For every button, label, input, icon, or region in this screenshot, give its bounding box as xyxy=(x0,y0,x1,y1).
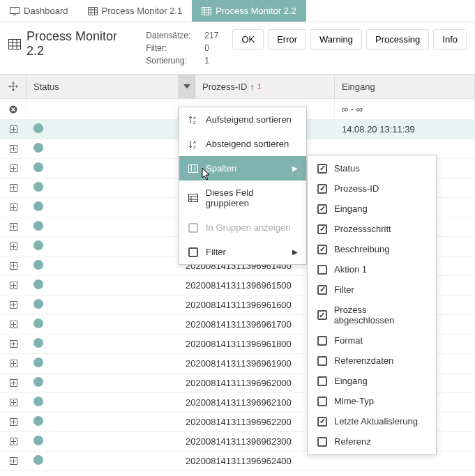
tab-dashboard[interactable]: Dashboard xyxy=(0,0,78,22)
expand-icon[interactable] xyxy=(0,262,27,270)
svg-rect-13 xyxy=(9,39,21,49)
expand-icon[interactable] xyxy=(0,418,27,426)
expand-icon[interactable] xyxy=(0,204,27,211)
filter-btn-ok[interactable]: OK xyxy=(232,29,264,49)
columns-icon xyxy=(188,164,199,173)
cell-status xyxy=(27,240,179,252)
table-header: Status Prozess-ID ↑ 1 Eingang xyxy=(0,74,475,99)
svg-text:Z: Z xyxy=(193,121,196,125)
filter-btn-warning[interactable]: Warning xyxy=(310,29,362,49)
expand-icon[interactable] xyxy=(0,184,27,192)
submenu-item[interactable]: Eingang xyxy=(308,371,436,391)
expand-icon[interactable] xyxy=(0,457,27,465)
header-prozess-id[interactable]: Prozess-ID ↑ 1 xyxy=(195,75,335,98)
submenu-item[interactable]: Status xyxy=(308,158,436,178)
ctx-label: Absteigend sortieren xyxy=(206,139,289,149)
checkbox-icon xyxy=(188,223,199,233)
expand-icon[interactable] xyxy=(0,379,27,387)
tab-process-monitor-21[interactable]: Process Monitor 2.1 xyxy=(78,0,193,22)
cell-status xyxy=(27,318,179,330)
expand-icon[interactable] xyxy=(0,399,27,406)
column-context-menu: AZ Aufsteigend sortieren AZ Absteigend s… xyxy=(179,107,307,265)
grid-icon xyxy=(202,7,211,15)
tab-process-monitor-22[interactable]: Process Monitor 2.2 xyxy=(192,0,306,22)
submenu-label: Aktion 1 xyxy=(334,264,367,275)
expand-icon[interactable] xyxy=(0,321,27,328)
expand-icon[interactable] xyxy=(0,145,27,153)
filter-status-input[interactable] xyxy=(27,99,179,119)
cell-status xyxy=(27,436,179,447)
checkbox-icon xyxy=(317,336,327,346)
cell-status xyxy=(27,397,179,408)
chevron-right-icon: ▶ xyxy=(292,164,298,172)
status-dot-icon xyxy=(33,397,43,406)
status-dot-icon xyxy=(33,260,43,270)
clear-filter-icon[interactable] xyxy=(0,99,27,119)
ctx-sort-asc[interactable]: AZ Aufsteigend sortieren xyxy=(179,107,306,132)
expand-icon[interactable] xyxy=(0,164,27,172)
submenu-item[interactable]: Letzte Aktualisierung xyxy=(308,411,436,431)
header-move-icon[interactable] xyxy=(0,75,27,98)
submenu-label: Status xyxy=(334,163,360,174)
submenu-item[interactable]: Filter xyxy=(308,279,436,300)
submenu-item[interactable]: Beschreibung xyxy=(308,239,436,259)
header-dropdown-toggle[interactable] xyxy=(179,75,195,98)
title-row: Process Monitor 2.2 Datensätze:217 Filte… xyxy=(0,22,475,74)
ctx-label: In Gruppen anzeigen xyxy=(206,222,290,233)
expand-icon[interactable] xyxy=(0,301,27,309)
ctx-columns[interactable]: Spalten ▶ xyxy=(179,156,306,181)
status-dot-icon xyxy=(33,240,43,250)
expand-icon[interactable] xyxy=(0,223,27,231)
svg-rect-0 xyxy=(10,7,20,13)
status-dot-icon xyxy=(33,162,43,172)
ctx-label: Spalten xyxy=(206,163,236,174)
svg-text:Z: Z xyxy=(193,145,196,149)
checkbox-icon xyxy=(317,356,327,366)
header-eingang[interactable]: Eingang xyxy=(335,75,475,98)
cell-status xyxy=(27,123,179,135)
sort-desc-icon: AZ xyxy=(188,139,199,149)
filter-eingang-input[interactable]: ∞ - ∞ xyxy=(335,99,475,119)
submenu-item[interactable]: Aktion 1 xyxy=(308,259,436,279)
sort-asc-icon: ↑ xyxy=(250,82,255,92)
checkbox-icon xyxy=(317,417,327,427)
checkbox-icon xyxy=(317,164,327,174)
submenu-label: Eingang xyxy=(334,376,368,386)
group-icon xyxy=(188,194,199,202)
submenu-item[interactable]: Mime-Typ xyxy=(308,391,436,411)
grid-icon xyxy=(8,39,21,49)
checkbox-icon xyxy=(317,204,327,214)
submenu-item[interactable]: Prozess abgeschlossen xyxy=(308,300,436,330)
cell-status xyxy=(27,279,179,291)
submenu-item[interactable]: Prozess-ID xyxy=(308,178,436,199)
cell-status xyxy=(27,377,179,389)
header-status[interactable]: Status xyxy=(27,75,179,98)
columns-submenu: StatusProzess-IDEingangProzessschrittBes… xyxy=(307,155,437,455)
status-dot-icon xyxy=(33,182,43,192)
filter-btn-processing[interactable]: Processing xyxy=(366,29,429,49)
submenu-item[interactable]: Format xyxy=(308,330,436,351)
ctx-filter[interactable]: Filter ▶ xyxy=(179,240,306,264)
status-dot-icon xyxy=(33,416,43,426)
filter-btn-error[interactable]: Error xyxy=(268,29,306,49)
expand-icon[interactable] xyxy=(0,125,27,133)
ctx-show-groups: In Gruppen anzeigen xyxy=(179,215,306,240)
expand-icon[interactable] xyxy=(0,360,27,367)
ctx-sort-desc[interactable]: AZ Absteigend sortieren xyxy=(179,132,306,156)
header-status-label: Status xyxy=(33,82,59,92)
cell-status xyxy=(27,299,179,311)
expand-icon[interactable] xyxy=(0,243,27,250)
ctx-group-by[interactable]: Dieses Feld gruppieren xyxy=(179,181,306,215)
expand-icon[interactable] xyxy=(0,340,27,348)
chevron-right-icon: ▶ xyxy=(292,248,298,256)
submenu-item[interactable]: Referenzdaten xyxy=(308,351,436,371)
submenu-item[interactable]: Referenz xyxy=(308,431,436,452)
filter-btn-info[interactable]: Info xyxy=(433,29,467,49)
submenu-item[interactable]: Prozessschritt xyxy=(308,219,436,239)
status-dot-icon xyxy=(33,123,43,133)
expand-icon[interactable] xyxy=(0,282,27,289)
submenu-label: Eingang xyxy=(334,204,368,214)
expand-icon[interactable] xyxy=(0,438,27,445)
submenu-item[interactable]: Eingang xyxy=(308,199,436,219)
submenu-label: Referenz xyxy=(334,436,371,447)
